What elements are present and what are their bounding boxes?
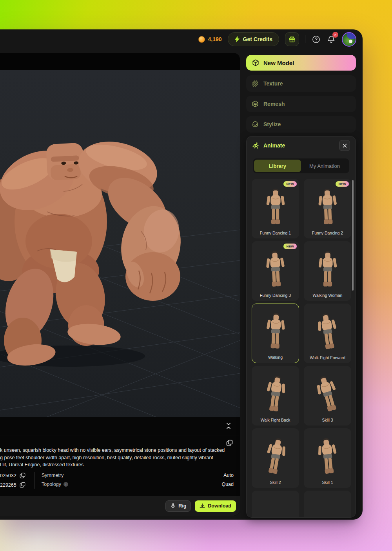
help-button[interactable] [311,35,321,44]
animation-card-funny-dancing-1[interactable]: NEW Funny Dancing 1 [252,179,299,238]
notifications-button[interactable]: 2 [327,35,336,44]
animation-card-label: Walking [268,352,283,363]
topology-row: Topology i Quad [42,482,234,487]
animation-card-label: Skill 2 [270,477,281,488]
close-animate-button[interactable] [339,140,350,151]
sidebar-item-remesh[interactable]: Remesh [246,96,356,112]
screen: 4,190 Get Credits [0,0,392,551]
new-badge: NEW [283,181,297,187]
tab-my-animation[interactable]: My Animation [301,160,348,172]
animation-thumbnail [316,179,339,227]
sidebar-item-label: Texture [263,80,283,87]
coin-icon [198,36,205,43]
animate-panel: Animate Library My Animation NEW [246,136,356,518]
credits-balance[interactable]: 4,190 [198,36,221,43]
new-model-label: New Model [263,60,294,66]
animate-run-icon [252,142,260,149]
model-info-panel: k unseen, squarish blocky head with no v… [0,417,240,496]
rig-label: Rig [178,503,186,509]
download-label: Download [208,503,231,509]
animation-thumbnail [316,241,339,290]
new-badge: NEW [283,244,297,249]
animation-card-walk-fight-forward[interactable]: Walk Fight Forward [304,304,351,363]
sidebar-item-label: Stylize [263,121,281,127]
scrollbar-thumb[interactable] [352,180,354,291]
collapse-panel-button[interactable] [224,422,233,430]
prompt-line: k unseen, squarish blocky head with no v… [0,447,233,454]
copy-id-icon[interactable] [20,482,25,488]
info-panel-header [0,417,240,435]
model-id-value: 025032 [0,473,16,478]
tab-library[interactable]: Library [254,160,301,172]
golem-model [0,70,240,417]
topology-label: Topology [42,482,61,487]
animation-card-label: Funny Dancing 3 [260,290,291,301]
credits-value: 4,190 [208,36,221,42]
animation-card-walking-woman[interactable]: Walking Woman [304,241,351,301]
viewport-3d[interactable] [0,70,240,417]
animation-card-walking-selected[interactable]: Walking [252,304,299,363]
animation-thumbnail [264,366,287,415]
model-metadata: 025032 229265 [0,472,234,489]
cube-icon [252,59,260,67]
gift-icon [289,36,296,43]
animation-card-skill-2[interactable]: Skill 2 [252,428,299,488]
prompt-text: k unseen, squarish blocky head with no v… [0,447,233,469]
stylize-icon [252,121,259,128]
new-badge: NEW [336,181,349,187]
animation-thumbnail [264,428,287,477]
animate-panel-title: Animate [263,142,285,149]
copy-id-icon[interactable] [20,473,25,478]
avatar[interactable] [342,32,356,47]
animation-card-skill-1[interactable]: Skill 1 [304,428,351,488]
animation-card-walk-fight-back[interactable]: Walk Fight Back [252,366,299,426]
top-bar: 4,190 Get Credits [0,29,363,49]
animation-card-partial[interactable] [252,491,299,518]
rig-button[interactable]: Rig [165,500,191,512]
animation-thumbnail [316,304,339,352]
symmetry-label: Symmetry [42,473,64,478]
animation-card-grid: NEW Funny Dancing 1 NEW Funny Dancing 2 … [252,179,351,518]
animation-thumbnail [264,241,287,290]
notification-count-badge: 2 [332,32,338,38]
get-credits-label: Get Credits [243,36,272,42]
animation-card-skill-3[interactable]: Skill 3 [304,366,351,426]
animation-card-funny-dancing-2[interactable]: NEW Funny Dancing 2 [304,179,351,238]
sidebar-item-texture[interactable]: Texture [246,75,356,92]
animation-thumbnail [316,491,339,518]
animation-card-label: Walk Fight Forward [310,352,345,363]
download-button[interactable]: Download [195,500,236,512]
animation-card-label: Walking Woman [313,290,343,301]
sidebar: New Model Texture Remesh [240,49,363,520]
viewer-footer: Rig Download [0,496,240,516]
viewer-header [0,53,240,70]
rig-icon [170,503,176,509]
model-ids: 025032 229265 [0,472,34,489]
animation-card-label: Skill 3 [322,415,333,426]
gift-button[interactable] [285,32,299,46]
animate-panel-header: Animate [247,136,356,155]
animation-card-label: Funny Dancing 1 [260,227,291,238]
animation-thumbnail [264,491,287,518]
model-id-row: 229265 [0,482,34,488]
texture-icon [252,80,259,87]
model-properties: Symmetry Auto Topology i Quad [34,472,234,489]
info-icon[interactable]: i [64,482,68,487]
animation-card-funny-dancing-3[interactable]: NEW Funny Dancing 3 [252,241,299,301]
animation-card-partial[interactable] [304,491,351,518]
new-model-button[interactable]: New Model [246,55,356,71]
get-credits-button[interactable]: Get Credits [228,32,279,46]
topbar-divider [305,35,305,43]
symmetry-value: Auto [223,473,234,478]
model-id-row: 025032 [0,473,34,478]
symmetry-row: Symmetry Auto [42,473,234,478]
viewer-panel: k unseen, squarish blocky head with no v… [0,53,240,516]
animation-thumbnail [316,428,339,477]
topology-value: Quad [221,482,234,487]
prompt-line: g pose feet shoulder width apart, high r… [0,454,233,462]
help-icon [312,35,320,44]
lightning-icon [234,36,240,42]
animation-thumbnail [264,179,287,227]
animation-thumbnail [264,304,287,352]
sidebar-item-stylize[interactable]: Stylize [246,116,356,133]
